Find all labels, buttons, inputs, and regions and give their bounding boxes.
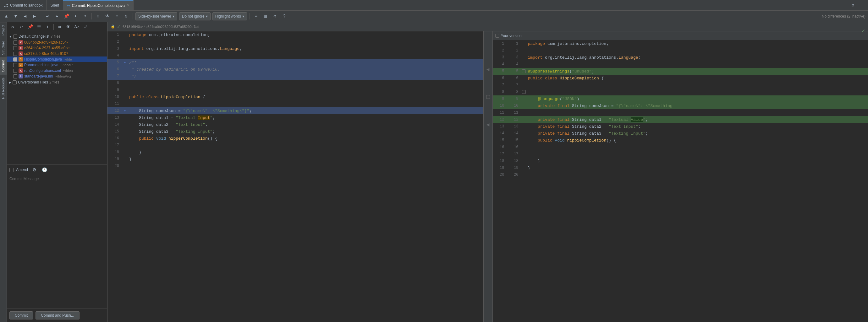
line-number-right: 16 bbox=[507, 145, 521, 149]
help-btn[interactable]: ? bbox=[281, 12, 288, 20]
nav-up-btn[interactable]: ▲ bbox=[2, 12, 10, 20]
grid-btn[interactable]: ▦ bbox=[262, 12, 269, 20]
sidebar-item-structure[interactable]: Structure bbox=[0, 38, 7, 58]
ignore-dropdown[interactable]: Do not ignore ▾ bbox=[179, 12, 211, 21]
refresh-btn[interactable]: ↻ bbox=[9, 23, 16, 31]
tab-shelf[interactable]: Shelf bbox=[46, 0, 63, 10]
changelist-header[interactable]: ▼ Default Changelist 7 files bbox=[7, 33, 107, 40]
commit-push-button[interactable]: Commit and Push... bbox=[35, 311, 79, 320]
line-content: */ bbox=[128, 74, 483, 79]
line-number: 11 bbox=[107, 102, 122, 106]
your-version-checkbox[interactable] bbox=[495, 34, 499, 38]
file-tree: ▼ Default Changelist 7 files X 0084bb2f-… bbox=[7, 32, 107, 165]
undo2-btn[interactable]: ↩ bbox=[18, 23, 25, 31]
file-item[interactable]: X cd317dc9-8fce-462a-9107- bbox=[7, 51, 107, 57]
file-checkbox[interactable] bbox=[13, 52, 17, 56]
code-line: 20 bbox=[107, 163, 483, 170]
close-icon[interactable]: ✕ bbox=[127, 3, 129, 7]
amend-checkbox[interactable] bbox=[9, 168, 13, 172]
line-content: String data2 = "Text Input"; bbox=[128, 122, 483, 127]
right-code-area[interactable]: 1 1 package com.jetbrains.completion; ✓ … bbox=[493, 40, 868, 322]
eye-btn[interactable]: 👁 bbox=[104, 12, 111, 20]
line-number: 12 bbox=[493, 117, 507, 122]
line-content: public void hippieCompletion() { bbox=[527, 138, 868, 143]
line-marker: » bbox=[122, 109, 128, 113]
apply-btn[interactable]: ⬇ bbox=[72, 12, 80, 20]
java-icon: J bbox=[19, 63, 23, 67]
changelist-checkbox[interactable] bbox=[13, 35, 17, 39]
sidebar-item-pull-requests[interactable]: Pull Requests bbox=[0, 75, 7, 101]
line-number: 20 bbox=[107, 164, 122, 168]
expand-btn[interactable]: ⤢ bbox=[82, 23, 90, 31]
file-checkbox[interactable] bbox=[13, 63, 17, 67]
group-btn[interactable]: ⊞ bbox=[56, 23, 63, 31]
line-cb[interactable] bbox=[522, 90, 526, 94]
code-line-changed: 5 » /** bbox=[107, 59, 483, 66]
unversioned-checkbox[interactable] bbox=[12, 80, 17, 84]
xml-icon: X bbox=[19, 46, 23, 50]
list-btn[interactable]: ☰ bbox=[35, 23, 43, 31]
pin2-btn[interactable]: 📌 bbox=[26, 23, 34, 31]
gutter-arrow-line12[interactable]: ◀ bbox=[486, 121, 490, 128]
highlight-dropdown[interactable]: Highlight words ▾ bbox=[212, 12, 247, 21]
file-checkbox[interactable] bbox=[13, 58, 17, 62]
nav-down-btn[interactable]: ▼ bbox=[12, 12, 20, 20]
unversioned-header[interactable]: ▶ Unversioned Files 2 files bbox=[7, 79, 107, 85]
minimize-icon[interactable]: − bbox=[858, 2, 866, 9]
line-number: 17 bbox=[493, 152, 507, 156]
gutter-checkbox[interactable] bbox=[486, 95, 490, 99]
file-panel: ↻ ↩ 📌 ☰ ⬆ ⊞ 👁 Az ⤢ ▼ Default Changelist … bbox=[7, 22, 107, 322]
java-icon: J bbox=[19, 57, 23, 62]
line-number: 20 bbox=[493, 173, 507, 177]
left-code-area[interactable]: 1 package com.jetbrains.completion; 2 3 bbox=[107, 31, 483, 322]
eye2-btn[interactable]: 👁 bbox=[64, 23, 72, 31]
next-diff-btn[interactable]: ▶ bbox=[31, 12, 38, 20]
line-number: 18 bbox=[493, 159, 507, 163]
gutter-arrow-up[interactable]: ◀ bbox=[486, 59, 490, 80]
view-mode-dropdown[interactable]: Side-by-side viewer ▾ bbox=[135, 12, 177, 21]
file-checkbox[interactable] bbox=[13, 40, 17, 44]
sidebar-item-commit[interactable]: Commit bbox=[0, 58, 7, 75]
line-content: * Created by hadihariri on 09/09/16. bbox=[128, 67, 483, 72]
code-line: 16 public void hipperCompletion() { bbox=[107, 135, 483, 142]
file-item[interactable]: X 0084bb2f-adf8-426f-ac54- bbox=[7, 40, 107, 45]
sync-btn[interactable]: ⇔ bbox=[252, 12, 260, 20]
settings-icon[interactable]: ⚙ bbox=[849, 2, 857, 9]
amend-settings-icon[interactable]: ⚙ bbox=[30, 166, 38, 174]
file-item[interactable]: X runConfigurations.xml ~/Idea bbox=[7, 68, 107, 73]
undo-btn[interactable]: ↩ bbox=[44, 12, 51, 20]
sidebar-item-project[interactable]: Project bbox=[0, 22, 7, 38]
line-number-right: 3 bbox=[507, 55, 521, 60]
code-line: 20 20 bbox=[493, 171, 868, 178]
line-number-right: 6 bbox=[507, 76, 521, 80]
commit-button[interactable]: Commit bbox=[9, 311, 33, 320]
alpha-btn[interactable]: Az bbox=[73, 23, 81, 31]
line-checkbox-area[interactable] bbox=[521, 90, 527, 94]
file-checkbox[interactable] bbox=[13, 74, 17, 78]
file-path: ~/IdeaProj bbox=[54, 74, 71, 78]
line-checkbox-area[interactable] bbox=[521, 69, 527, 73]
indent-btn[interactable]: ≡ bbox=[113, 12, 121, 20]
file-checkbox[interactable] bbox=[13, 69, 17, 73]
settings2-icon[interactable]: ⚙ bbox=[271, 12, 279, 20]
split-btn[interactable]: ⊞ bbox=[94, 12, 102, 20]
pin-btn[interactable]: 📌 bbox=[63, 12, 70, 20]
file-item[interactable]: I standard-java.iml ~/IdeaProj bbox=[7, 73, 107, 79]
tab-diff[interactable]: ⇔ Commit: HippieCompletion.java ✕ bbox=[63, 0, 133, 10]
line-number: 7 bbox=[107, 74, 122, 78]
redo-btn[interactable]: ↪ bbox=[53, 12, 61, 20]
upload-btn[interactable]: ⬆ bbox=[82, 12, 89, 20]
line-cb[interactable] bbox=[522, 69, 526, 73]
collapse-btn[interactable]: ⇅ bbox=[123, 12, 130, 20]
file-item[interactable]: X c264bb84-2937-4a55-a0bc bbox=[7, 45, 107, 51]
tab-commit-sandbox[interactable]: ⎇ Commit to sandbox bbox=[0, 0, 46, 10]
commit-message-input[interactable] bbox=[7, 175, 107, 309]
amend-clock-icon[interactable]: 🕐 bbox=[40, 166, 48, 174]
upload2-btn[interactable]: ⬆ bbox=[44, 23, 52, 31]
file-item-selected[interactable]: J HippieCompletion.java ~/Ide bbox=[7, 57, 107, 62]
line-content: String someJson = "{\"name\": \"Somethin… bbox=[128, 109, 483, 113]
prev-diff-btn[interactable]: ◀ bbox=[21, 12, 29, 20]
file-item[interactable]: J ParameterHints.java ~/IdeaP bbox=[7, 62, 107, 68]
line-number: 4 bbox=[107, 53, 122, 58]
file-checkbox[interactable] bbox=[13, 46, 17, 50]
